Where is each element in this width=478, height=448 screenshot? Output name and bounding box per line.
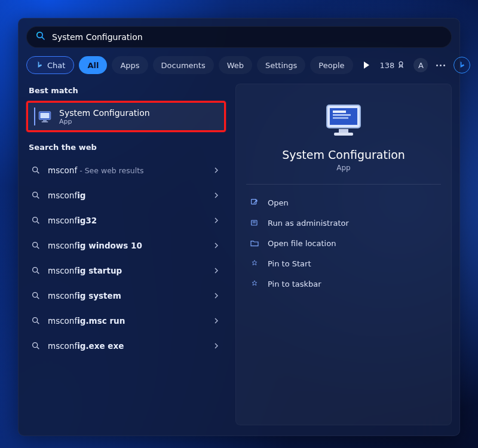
web-result-item[interactable]: msconfig system — [26, 283, 226, 308]
web-result-label: msconfig startup — [48, 266, 204, 275]
action-open-file-location[interactable]: Open file location — [246, 234, 441, 253]
chevron-right-icon — [212, 191, 221, 200]
search-icon — [31, 266, 41, 275]
tab-label: People — [318, 61, 344, 70]
search-icon — [31, 191, 41, 200]
web-result-label: msconfig32 — [48, 216, 204, 225]
action-label: Pin to Start — [268, 259, 311, 268]
shield-icon — [250, 218, 259, 228]
web-result-item[interactable]: msconfig — [26, 183, 226, 208]
tab-label: Chat — [47, 61, 65, 70]
search-icon — [31, 216, 41, 225]
pin-icon — [250, 279, 259, 289]
svg-point-13 — [33, 243, 38, 247]
monitor-icon — [324, 103, 363, 140]
search-panel: Chat All Apps Documents Web Settings Peo… — [18, 18, 460, 436]
svg-line-1 — [42, 37, 44, 39]
action-label: Run as administrator — [268, 219, 349, 228]
web-result-item[interactable]: msconfig windows 10 — [26, 233, 226, 258]
web-result-label: msconfig.exe exe — [48, 341, 204, 351]
chevron-right-icon — [212, 216, 221, 225]
rewards-badge[interactable]: 138 — [380, 60, 406, 70]
search-icon — [31, 341, 41, 351]
tab-web[interactable]: Web — [219, 56, 252, 74]
tab-label: Settings — [265, 61, 297, 70]
search-icon — [35, 30, 52, 44]
tab-people[interactable]: People — [310, 56, 353, 74]
svg-point-7 — [33, 167, 38, 172]
rewards-points: 138 — [380, 61, 395, 70]
svg-point-15 — [33, 268, 38, 272]
svg-point-2 — [399, 62, 403, 65]
svg-line-20 — [37, 322, 39, 324]
web-result-item[interactable]: msconfig.exe exe — [26, 333, 226, 358]
tab-label: Apps — [120, 61, 139, 70]
action-run-admin[interactable]: Run as administrator — [246, 213, 441, 232]
chevron-right-icon — [212, 341, 221, 351]
web-result-label: msconfig windows 10 — [48, 241, 204, 250]
tab-label: Web — [227, 61, 244, 70]
tab-apps[interactable]: Apps — [112, 56, 148, 74]
play-button[interactable] — [358, 56, 375, 74]
preview-title: System Configuration — [282, 148, 405, 161]
action-label: Open file location — [268, 239, 336, 248]
font-size-button[interactable]: A — [413, 58, 428, 72]
bing-chat-icon — [35, 60, 44, 70]
best-match-title: System Configuration — [59, 108, 150, 118]
preview-header: System Configuration App — [246, 96, 441, 185]
search-web-header: Search the web — [29, 143, 226, 152]
svg-rect-5 — [43, 120, 47, 121]
svg-line-16 — [37, 272, 39, 274]
tab-chat[interactable]: Chat — [26, 56, 74, 74]
bing-button[interactable] — [454, 57, 470, 73]
web-result-item[interactable]: msconfig startup — [26, 258, 226, 283]
folder-icon — [250, 238, 259, 248]
svg-point-9 — [33, 192, 38, 197]
tab-settings[interactable]: Settings — [257, 56, 305, 74]
search-icon — [31, 291, 41, 300]
more-options-button[interactable] — [436, 65, 445, 66]
svg-rect-29 — [334, 133, 353, 136]
medal-icon — [397, 60, 405, 70]
search-icon — [31, 241, 41, 250]
web-result-label: msconfig — [48, 191, 204, 200]
svg-point-11 — [33, 217, 38, 222]
preview-subtitle: App — [336, 164, 350, 172]
web-result-item[interactable]: msconfig.msc run — [26, 308, 226, 333]
best-match-subtitle: App — [59, 118, 150, 125]
preview-pane: System Configuration App Open Run as adm… — [235, 84, 452, 425]
tab-label: All — [87, 61, 99, 70]
svg-rect-27 — [333, 117, 348, 119]
web-result-item[interactable]: msconf - See web results — [26, 158, 226, 183]
tab-all[interactable]: All — [79, 56, 107, 74]
results-column: Best match System Configuration App Sear… — [26, 84, 226, 425]
chevron-right-icon — [212, 316, 221, 326]
chevron-right-icon — [212, 241, 221, 250]
svg-rect-6 — [42, 121, 48, 122]
search-icon — [31, 316, 41, 326]
web-result-label: msconfig.msc run — [48, 316, 204, 326]
search-box[interactable] — [26, 26, 452, 48]
search-input[interactable] — [52, 32, 443, 42]
action-open[interactable]: Open — [246, 193, 441, 212]
filter-bar: Chat All Apps Documents Web Settings Peo… — [26, 56, 452, 74]
svg-rect-28 — [339, 129, 348, 133]
tab-label: Documents — [161, 61, 206, 70]
tab-documents[interactable]: Documents — [153, 56, 214, 74]
svg-rect-4 — [41, 113, 50, 118]
pin-icon — [250, 259, 259, 268]
svg-line-10 — [37, 197, 39, 198]
chevron-right-icon — [212, 291, 221, 300]
play-icon — [364, 62, 369, 69]
best-match-result[interactable]: System Configuration App — [26, 101, 226, 132]
action-label: Open — [268, 198, 289, 207]
svg-line-22 — [37, 347, 39, 349]
svg-line-18 — [37, 297, 39, 299]
svg-line-8 — [37, 171, 39, 173]
web-result-item[interactable]: msconfig32 — [26, 208, 226, 233]
search-icon — [31, 165, 41, 175]
svg-rect-25 — [333, 111, 346, 113]
action-pin-taskbar[interactable]: Pin to taskbar — [246, 274, 441, 293]
action-pin-start[interactable]: Pin to Start — [246, 254, 441, 273]
web-results-list: msconf - See web resultsmsconfigmsconfig… — [26, 158, 226, 358]
